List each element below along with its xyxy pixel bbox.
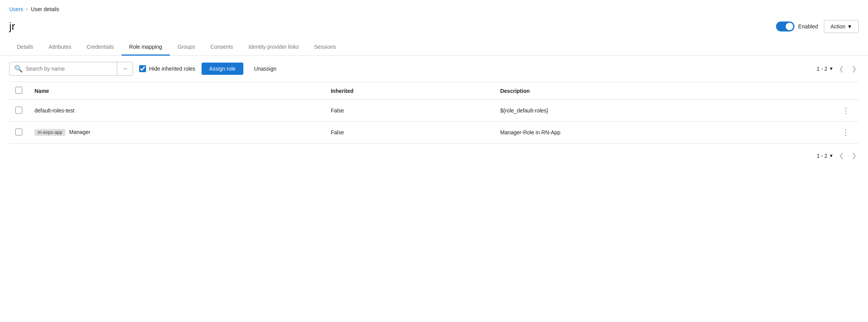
pagination-info: 1 - 2 ▼ bbox=[817, 66, 834, 72]
pagination-next-button[interactable]: ❯ bbox=[849, 63, 859, 75]
row2-name-cell: rn-expo-app Manager bbox=[28, 122, 325, 144]
search-icon: 🔍 bbox=[14, 64, 23, 73]
row1-name: default-roles-test bbox=[28, 100, 325, 122]
header-name: Name bbox=[28, 82, 325, 100]
bottom-pagination-label: 1 - 2 bbox=[817, 153, 827, 159]
row2-tag-badge: rn-expo-app bbox=[34, 129, 66, 136]
breadcrumb-separator: › bbox=[26, 7, 28, 12]
bottom-pagination: 1 - 2 ▼ ❮ ❯ bbox=[0, 144, 868, 168]
row2-menu-button[interactable]: ⋮ bbox=[839, 127, 853, 138]
tab-credentials[interactable]: Credentials bbox=[79, 39, 121, 56]
pagination-prev-button[interactable]: ❮ bbox=[837, 63, 846, 75]
bottom-pagination-prev-button[interactable]: ❮ bbox=[837, 150, 846, 162]
page-header: jr Enabled Action ▼ bbox=[9, 17, 859, 39]
unassign-button[interactable]: Unassign bbox=[249, 63, 281, 75]
pagination-container: 1 - 2 ▼ ❮ ❯ bbox=[817, 63, 859, 75]
tab-groups[interactable]: Groups bbox=[170, 39, 203, 56]
row1-inherited: False bbox=[325, 100, 494, 122]
row2-checkbox[interactable] bbox=[15, 129, 22, 135]
row1-menu-button[interactable]: ⋮ bbox=[839, 105, 853, 116]
row2-description: Manager-Role in RN-App bbox=[494, 122, 833, 144]
bottom-pagination-info: 1 - 2 ▼ bbox=[817, 153, 834, 159]
action-chevron-icon: ▼ bbox=[847, 23, 852, 30]
assign-role-button[interactable]: Assign role bbox=[202, 63, 243, 75]
tab-consents[interactable]: Consents bbox=[203, 39, 241, 56]
table-row: default-roles-test False ${role_default-… bbox=[9, 100, 859, 122]
hide-inherited-label[interactable]: Hide inherited roles bbox=[139, 65, 195, 72]
row2-checkbox-cell bbox=[9, 122, 28, 144]
search-input[interactable] bbox=[26, 66, 112, 72]
row1-actions: ⋮ bbox=[833, 100, 859, 122]
table-container: Name Inherited Description default-roles… bbox=[0, 82, 868, 144]
breadcrumb: Users › User details bbox=[9, 6, 859, 12]
toggle-container: Enabled bbox=[776, 21, 818, 31]
action-button[interactable]: Action ▼ bbox=[824, 20, 859, 33]
table-row: rn-expo-app Manager False Manager-Role i… bbox=[9, 122, 859, 144]
hide-inherited-text: Hide inherited roles bbox=[149, 66, 195, 72]
tab-role-mapping[interactable]: Role mapping bbox=[121, 39, 170, 56]
enabled-toggle[interactable] bbox=[776, 21, 794, 31]
header-section: Users › User details jr Enabled Action ▼ bbox=[0, 0, 868, 39]
hide-inherited-checkbox[interactable] bbox=[139, 65, 146, 72]
row2-inherited: False bbox=[325, 122, 494, 144]
search-submit-button[interactable]: → bbox=[117, 62, 133, 75]
bottom-pagination-chevron-icon[interactable]: ▼ bbox=[829, 153, 834, 159]
tab-sessions[interactable]: Sessions bbox=[307, 39, 344, 56]
toggle-thumb bbox=[786, 23, 793, 30]
row1-description: ${role_default-roles} bbox=[494, 100, 833, 122]
pagination-label: 1 - 2 bbox=[817, 66, 827, 72]
tab-identity-provider-links[interactable]: Identity provider links bbox=[241, 39, 307, 56]
roles-table: Name Inherited Description default-roles… bbox=[9, 82, 859, 144]
table-header-row: Name Inherited Description bbox=[9, 82, 859, 100]
row2-actions: ⋮ bbox=[833, 122, 859, 144]
action-button-label: Action bbox=[830, 23, 845, 30]
bottom-pagination-next-button[interactable]: ❯ bbox=[849, 150, 859, 162]
toolbar: 🔍 → Hide inherited roles Assign role Una… bbox=[0, 56, 868, 82]
breadcrumb-current: User details bbox=[31, 6, 59, 12]
row2-name: Manager bbox=[69, 129, 90, 135]
tabs-container: Details Attributes Credentials Role mapp… bbox=[0, 39, 868, 56]
header-checkbox-cell bbox=[9, 82, 28, 100]
pagination-chevron-icon[interactable]: ▼ bbox=[829, 66, 834, 71]
row1-checkbox[interactable] bbox=[15, 107, 22, 114]
select-all-checkbox[interactable] bbox=[15, 87, 22, 94]
page-title: jr bbox=[9, 20, 15, 33]
tab-details[interactable]: Details bbox=[9, 39, 41, 56]
header-actions-col bbox=[833, 82, 859, 100]
tab-attributes[interactable]: Attributes bbox=[41, 39, 79, 56]
search-arrow-icon: → bbox=[122, 65, 128, 72]
row1-checkbox-cell bbox=[9, 100, 28, 122]
breadcrumb-users-link[interactable]: Users bbox=[9, 6, 23, 12]
header-actions: Enabled Action ▼ bbox=[776, 20, 859, 33]
header-inherited: Inherited bbox=[325, 82, 494, 100]
toggle-label: Enabled bbox=[798, 23, 818, 30]
header-description: Description bbox=[494, 82, 833, 100]
search-container: 🔍 bbox=[10, 62, 117, 75]
toggle-track bbox=[776, 21, 794, 31]
search-wrapper: 🔍 → bbox=[9, 62, 133, 76]
